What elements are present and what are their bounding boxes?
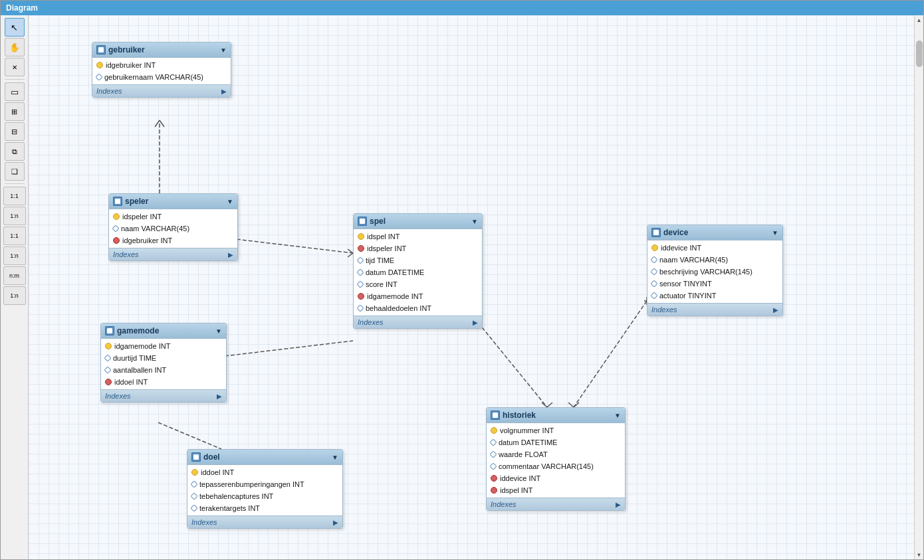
table-spel[interactable]: spel ▼ idspel INT idspeler INT tijd TIME (353, 213, 483, 329)
table-menu-arrow-gebruiker[interactable]: ▼ (220, 47, 227, 54)
field-text: naam VARCHAR(45) (121, 225, 189, 233)
nn-icon (104, 354, 111, 361)
table-header-doel[interactable]: doel ▼ (187, 450, 342, 465)
table-row: tepasserenbumperingangen INT (187, 478, 342, 490)
table-header-spel[interactable]: spel ▼ (354, 214, 482, 229)
toolbar-separator-1 (5, 79, 25, 80)
ratio-1-nc-tool[interactable]: 1:n (3, 286, 26, 305)
ratio-n-m-tool[interactable]: n:m (3, 266, 26, 285)
table-menu-arrow-device[interactable]: ▼ (772, 229, 778, 236)
table-row: score INT (354, 278, 482, 290)
indexes-arrow-doel: ▶ (333, 519, 338, 526)
indexes-arrow-speler: ▶ (228, 251, 233, 258)
table-icon-gebruiker (96, 45, 106, 54)
table-row: gebruikernaam VARCHAR(45) (92, 71, 231, 83)
scroll-down-arrow[interactable]: ▼ (915, 550, 924, 559)
table-row: idspel INT (354, 231, 482, 242)
nn-icon (190, 480, 197, 488)
table-menu-arrow-doel[interactable]: ▼ (332, 454, 338, 461)
ratio-1-1-tool[interactable]: 1:1 (3, 187, 26, 205)
table-row: iddoel INT (187, 466, 342, 478)
svg-line-9 (348, 253, 353, 257)
cursor-tool[interactable]: ↖ (5, 18, 25, 37)
fk-icon (491, 487, 497, 494)
hand-tool[interactable]: ✋ (5, 38, 25, 56)
table-gamemode[interactable]: gamemode ▼ idgamemode INT duurtijd TIME … (100, 323, 227, 403)
table-header-historiek[interactable]: historiek ▼ (487, 408, 625, 423)
table-row: tijd TIME (354, 254, 482, 266)
table-historiek[interactable]: historiek ▼ volgnummer INT datum DATETIM… (486, 407, 626, 511)
pk-icon (105, 343, 112, 349)
nn-icon (112, 225, 119, 232)
pk-icon (191, 469, 198, 476)
table-name-gebruiker: gebruiker (108, 45, 217, 54)
table-gebruiker[interactable]: gebruiker ▼ idgebruiker INT gebruikernaa… (92, 42, 231, 98)
vertical-scrollbar[interactable]: ▲ ▼ (914, 15, 923, 559)
table-menu-arrow-speler[interactable]: ▼ (227, 198, 233, 205)
pk-icon (491, 427, 497, 434)
indexes-label-speler: Indexes (113, 250, 139, 258)
indexes-label-spel: Indexes (358, 318, 384, 326)
field-text: beschrijving VARCHAR(145) (659, 268, 752, 276)
field-text: idspel INT (367, 233, 400, 240)
nn-icon (650, 268, 657, 275)
table-icon-historiek (491, 411, 500, 420)
field-text: score INT (366, 280, 398, 288)
indexes-gebruiker[interactable]: Indexes ▶ (92, 84, 231, 97)
table-row: datum DATETIME (354, 266, 482, 278)
rectangle-tool[interactable]: ▭ (5, 82, 25, 101)
scroll-up-arrow[interactable]: ▲ (915, 15, 924, 25)
canvas-area[interactable]: gebruiker ▼ idgebruiker INT gebruikernaa… (29, 15, 923, 559)
table-doel[interactable]: doel ▼ iddoel INT tepasserenbumperingang… (187, 449, 343, 529)
table-header-speler[interactable]: speler ▼ (109, 194, 237, 209)
field-text: idspeler INT (367, 244, 406, 252)
field-text: commentaar VARCHAR(145) (499, 462, 594, 470)
table-menu-arrow-historiek[interactable]: ▼ (614, 412, 621, 419)
svg-line-7 (158, 422, 221, 449)
nn-icon (489, 450, 497, 458)
field-text: aantalballen INT (113, 366, 166, 374)
indexes-gamemode[interactable]: Indexes ▶ (101, 389, 226, 402)
scrollbar-thumb[interactable] (916, 41, 923, 67)
table-row: waarde FLOAT (487, 448, 625, 460)
table-header-device[interactable]: device ▼ (647, 225, 782, 240)
eraser-tool[interactable]: ✕ (5, 58, 25, 76)
nn-icon (190, 504, 197, 512)
table-name-device: device (663, 228, 769, 237)
indexes-label-gamemode: Indexes (105, 392, 131, 400)
indexes-historiek[interactable]: Indexes ▶ (487, 498, 625, 510)
table-device[interactable]: device ▼ iddevice INT naam VARCHAR(45) b… (647, 225, 783, 316)
indexes-doel[interactable]: Indexes ▶ (187, 515, 342, 528)
indexes-spel[interactable]: Indexes ▶ (354, 316, 482, 328)
nn-icon (356, 256, 364, 264)
table-name-speler: speler (125, 197, 224, 206)
table-row: sensor TINYINT (647, 278, 782, 290)
svg-line-5 (574, 301, 647, 407)
table-row: commentaar VARCHAR(145) (487, 460, 625, 472)
table-menu-arrow-gamemode[interactable]: ▼ (215, 327, 222, 335)
svg-line-17 (574, 403, 579, 407)
duplicate-tool[interactable]: ❑ (5, 162, 25, 181)
table-header-gamemode[interactable]: gamemode ▼ (101, 324, 226, 339)
indexes-device[interactable]: Indexes ▶ (647, 303, 782, 316)
indexes-speler[interactable]: Indexes ▶ (109, 248, 237, 260)
table-row: tebehalencaptures INT (187, 490, 342, 502)
table-speler[interactable]: speler ▼ idspeler INT naam VARCHAR(45) i… (108, 193, 238, 261)
app-title: Diagram (6, 3, 38, 13)
table-icon-spel (358, 217, 367, 226)
ratio-1-n-tool[interactable]: 1:n (3, 207, 26, 225)
title-bar: Diagram (1, 1, 923, 15)
table-tool[interactable]: ⊞ (5, 102, 25, 121)
table-fields-gebruiker: idgebruiker INT gebruikernaam VARCHAR(45… (92, 58, 231, 84)
table-menu-arrow-spel[interactable]: ▼ (471, 218, 478, 225)
grid-tool[interactable]: ⊟ (5, 122, 25, 141)
ratio-1-1b-tool[interactable]: 1:1 (3, 227, 26, 245)
toolbar: ↖ ✋ ✕ ▭ ⊞ ⊟ ⧉ ❑ 1:1 1:n 1:1 1:n n:m 1:n (1, 15, 29, 559)
table-header-gebruiker[interactable]: gebruiker ▼ (92, 43, 231, 58)
indexes-arrow-historiek: ▶ (616, 501, 621, 508)
field-text: gebruikernaam VARCHAR(45) (104, 73, 203, 81)
copy-tool[interactable]: ⧉ (5, 142, 25, 161)
field-text: waarde FLOAT (499, 450, 548, 458)
fk-icon (105, 379, 112, 385)
ratio-1-nb-tool[interactable]: 1:n (3, 246, 26, 265)
